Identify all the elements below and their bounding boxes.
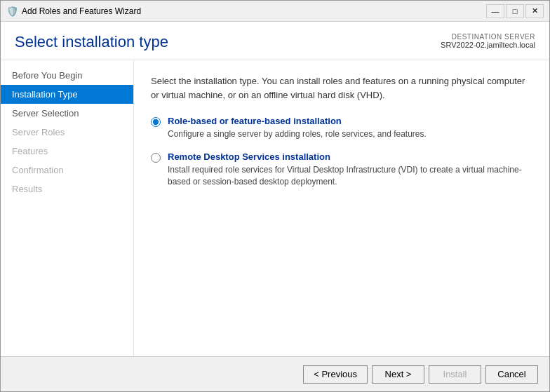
destination-label: DESTINATION SERVER bbox=[441, 33, 535, 41]
sidebar-item-confirmation: Confirmation bbox=[1, 161, 133, 180]
cancel-button[interactable]: Cancel bbox=[485, 365, 538, 384]
option-role-based-description: Configure a single server by adding role… bbox=[168, 128, 427, 140]
next-button[interactable]: Next > bbox=[372, 365, 424, 384]
option-remote-desktop-title: Remote Desktop Services installation bbox=[168, 151, 532, 162]
option-role-based: Role-based or feature-based installation… bbox=[151, 116, 532, 140]
intro-text: Select the installation type. You can in… bbox=[151, 74, 532, 102]
window-icon: 🛡️ bbox=[6, 6, 18, 17]
option-remote-desktop-description: Install required role services for Virtu… bbox=[168, 164, 532, 188]
sidebar-item-features: Features bbox=[1, 142, 133, 161]
minimize-button[interactable]: — bbox=[486, 4, 504, 18]
footer: < Previous Next > Install Cancel bbox=[1, 356, 549, 391]
content-area: Select installation type DESTINATION SER… bbox=[1, 22, 549, 391]
page-header: Select installation type DESTINATION SER… bbox=[1, 22, 549, 60]
wizard-window: 🛡️ Add Roles and Features Wizard — □ ✕ S… bbox=[0, 0, 550, 392]
radio-role-based[interactable] bbox=[151, 117, 161, 127]
title-bar: 🛡️ Add Roles and Features Wizard — □ ✕ bbox=[1, 1, 549, 22]
install-button[interactable]: Install bbox=[429, 365, 481, 384]
sidebar-item-before-you-begin[interactable]: Before You Begin bbox=[1, 66, 133, 85]
main-content: Select the installation type. You can in… bbox=[134, 60, 549, 356]
option-remote-desktop: Remote Desktop Services installation Ins… bbox=[151, 151, 532, 188]
sidebar-item-server-selection[interactable]: Server Selection bbox=[1, 104, 133, 123]
sidebar: Before You Begin Installation Type Serve… bbox=[1, 60, 134, 356]
window-title: Add Roles and Features Wizard bbox=[22, 6, 486, 16]
main-body: Before You Begin Installation Type Serve… bbox=[1, 60, 549, 356]
close-button[interactable]: ✕ bbox=[525, 4, 544, 18]
window-controls: — □ ✕ bbox=[486, 4, 544, 18]
sidebar-item-results: Results bbox=[1, 180, 133, 198]
installation-options: Role-based or feature-based installation… bbox=[151, 116, 532, 187]
previous-button[interactable]: < Previous bbox=[303, 365, 368, 384]
page-title: Select installation type bbox=[15, 33, 168, 51]
sidebar-item-installation-type[interactable]: Installation Type bbox=[1, 85, 133, 104]
radio-remote-desktop[interactable] bbox=[151, 153, 161, 163]
maximize-button[interactable]: □ bbox=[506, 4, 524, 18]
destination-server-info: DESTINATION SERVER SRV2022-02.jamiltech.… bbox=[441, 33, 535, 49]
sidebar-item-server-roles: Server Roles bbox=[1, 123, 133, 142]
option-role-based-title: Role-based or feature-based installation bbox=[168, 116, 427, 126]
server-name: SRV2022-02.jamiltech.local bbox=[441, 41, 535, 49]
